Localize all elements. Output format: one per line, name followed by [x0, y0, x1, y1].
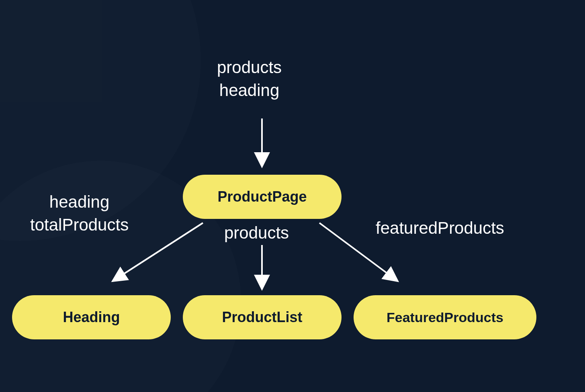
node-product-page: ProductPage	[183, 175, 342, 219]
label-line: featuredProducts	[376, 218, 504, 237]
label-line: heading	[219, 81, 279, 100]
node-label: ProductList	[222, 309, 302, 326]
right-props-label: featuredProducts	[376, 217, 504, 240]
label-line: totalProducts	[30, 215, 129, 234]
node-heading: Heading	[12, 295, 171, 339]
node-product-list: ProductList	[183, 295, 342, 339]
node-label: ProductPage	[217, 188, 307, 205]
mid-props-label: products	[224, 222, 289, 245]
label-line: products	[217, 58, 282, 77]
label-line: products	[224, 223, 289, 242]
node-label: Heading	[63, 309, 120, 326]
node-featured-products: FeaturedProducts	[354, 295, 536, 339]
left-props-label: heading totalProducts	[30, 191, 129, 236]
label-line: heading	[49, 192, 109, 211]
top-props-label: products heading	[217, 56, 282, 102]
node-label: FeaturedProducts	[387, 310, 503, 325]
